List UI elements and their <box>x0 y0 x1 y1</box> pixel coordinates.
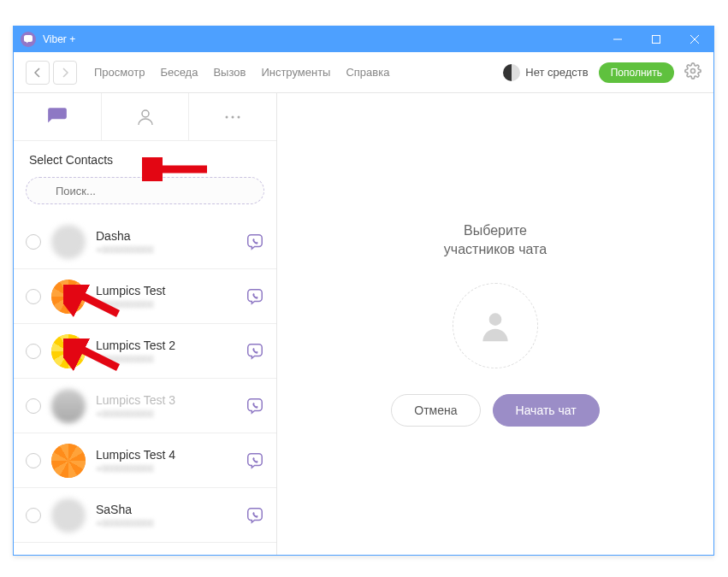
svg-point-5 <box>238 115 240 118</box>
minimize-button[interactable] <box>598 26 636 52</box>
viber-badge-icon <box>246 287 264 306</box>
contact-checkbox[interactable] <box>26 453 41 468</box>
tab-more[interactable] <box>188 93 276 140</box>
contact-row[interactable]: Lumpics Test+0000000000 <box>14 269 276 324</box>
search-wrapper <box>14 172 276 215</box>
contact-name: Lumpics Test <box>96 284 235 297</box>
menu-chat[interactable]: Беседа <box>160 66 198 79</box>
menu-call[interactable]: Вызов <box>213 66 246 79</box>
nav-forward-button[interactable] <box>53 61 77 85</box>
svg-point-7 <box>489 314 502 327</box>
contact-subtext: +0000000000 <box>96 463 235 474</box>
window-controls <box>598 26 713 52</box>
gear-icon[interactable] <box>684 62 701 83</box>
maximize-button[interactable] <box>636 26 675 52</box>
avatar <box>51 498 86 533</box>
left-tabs <box>14 93 276 141</box>
contact-subtext: +0000000000 <box>96 518 235 528</box>
contact-name: Dasha <box>96 229 235 243</box>
contact-info: Lumpics Test+0000000000 <box>96 284 235 309</box>
contact-row[interactable]: Lumpics Test 4+0000000000 <box>14 433 276 488</box>
contact-row[interactable]: SaSha+0000000000 <box>14 488 276 543</box>
svg-point-2 <box>142 110 149 117</box>
avatar <box>51 444 86 478</box>
contact-row[interactable]: Lumpics Test 3+0000000000 <box>14 379 276 433</box>
avatar <box>51 389 86 423</box>
balance-label: Нет средств <box>525 66 588 79</box>
contact-row[interactable]: Lumpics Test 2+0000000000 <box>14 324 276 379</box>
contact-checkbox[interactable] <box>26 398 41 414</box>
viber-badge-icon <box>246 451 264 470</box>
right-title-line1: Выберите <box>464 223 527 238</box>
window-title: Viber + <box>43 33 75 45</box>
action-row: Отмена Начать чат <box>391 394 599 427</box>
tab-chats[interactable] <box>14 93 101 140</box>
cancel-button[interactable]: Отмена <box>391 394 480 427</box>
left-panel: Select Contacts Dasha+0000000000Lumpics … <box>14 93 277 555</box>
viber-badge-icon <box>246 342 264 361</box>
viber-badge-icon <box>246 506 264 525</box>
avatar <box>51 334 86 368</box>
nav-back-button[interactable] <box>26 61 50 85</box>
contact-name: Lumpics Test 2 <box>96 339 235 352</box>
contact-info: SaSha+0000000000 <box>96 503 235 528</box>
svg-point-3 <box>226 115 228 118</box>
contact-subtext: +0000000000 <box>96 244 235 255</box>
right-panel: Выберите участников чата Отмена Начать ч… <box>277 93 713 555</box>
menu-view[interactable]: Просмотр <box>94 66 145 79</box>
contact-info: Lumpics Test 3+0000000000 <box>96 393 235 419</box>
contact-info: Dasha+0000000000 <box>96 229 235 255</box>
menu-bar: Просмотр Беседа Вызов Инструменты Справк… <box>94 66 389 79</box>
contact-subtext: +0000000000 <box>96 409 235 419</box>
coin-icon <box>503 64 520 81</box>
start-chat-button[interactable]: Начать чат <box>493 394 600 427</box>
svg-rect-0 <box>652 36 660 44</box>
avatar <box>51 225 86 259</box>
contact-checkbox[interactable] <box>26 344 41 359</box>
contact-name: Lumpics Test 4 <box>96 448 235 462</box>
toolbar-right: Нет средств Пополнить <box>503 62 701 83</box>
contact-checkbox[interactable] <box>26 508 41 523</box>
svg-point-4 <box>232 115 234 118</box>
titlebar: Viber + <box>14 26 713 52</box>
contact-checkbox[interactable] <box>26 234 41 250</box>
contact-info: Lumpics Test 4+0000000000 <box>96 448 235 474</box>
right-title-line2: участников чата <box>444 242 547 256</box>
contact-name: Lumpics Test 3 <box>96 393 235 407</box>
contact-row[interactable]: Dasha+0000000000 <box>14 215 276 269</box>
viber-app-icon <box>21 32 36 47</box>
main-area: Select Contacts Dasha+0000000000Lumpics … <box>14 93 713 555</box>
tab-contacts[interactable] <box>101 93 189 140</box>
viber-badge-icon <box>246 397 264 415</box>
viber-badge-icon <box>246 233 264 251</box>
balance-widget[interactable]: Нет средств <box>503 64 588 81</box>
search-input[interactable] <box>26 177 264 204</box>
contact-list[interactable]: Dasha+0000000000Lumpics Test+0000000000L… <box>14 215 276 555</box>
contact-subtext: +0000000000 <box>96 299 235 309</box>
menu-help[interactable]: Справка <box>346 66 389 79</box>
contact-info: Lumpics Test 2+0000000000 <box>96 339 235 364</box>
select-contacts-header: Select Contacts <box>14 141 276 172</box>
app-window: Viber + Просмотр Беседа Вызов Инструмент… <box>13 26 714 556</box>
placeholder-avatar <box>453 283 538 368</box>
close-button[interactable] <box>675 26 713 52</box>
contact-name: SaSha <box>96 503 235 516</box>
avatar <box>51 280 86 314</box>
right-title: Выберите участников чата <box>444 221 547 260</box>
menu-tools[interactable]: Инструменты <box>261 66 330 79</box>
contact-subtext: +0000000000 <box>96 354 235 364</box>
contact-checkbox[interactable] <box>26 289 41 304</box>
svg-point-1 <box>691 68 695 73</box>
topup-button[interactable]: Пополнить <box>599 62 674 83</box>
toolbar: Просмотр Беседа Вызов Инструменты Справк… <box>14 52 713 93</box>
